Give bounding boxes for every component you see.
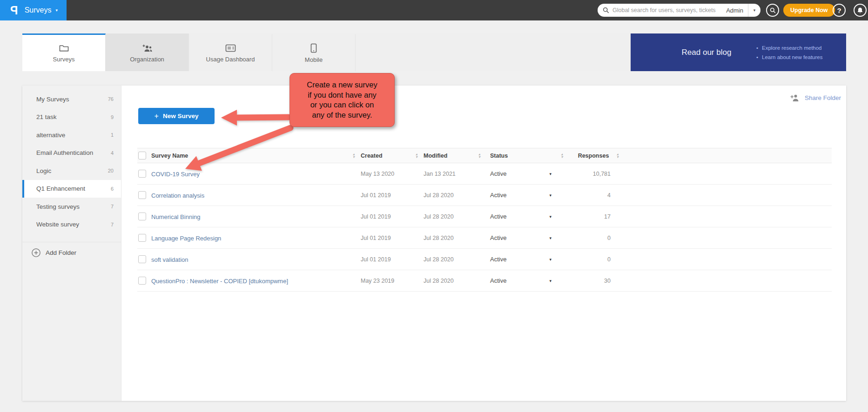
sort-icon[interactable]: ▴▾ [416,153,417,159]
status-caret-icon[interactable]: ▾ [549,279,554,283]
responses-cell: 10,781 [554,171,617,177]
add-folder-button[interactable]: Add Folder [22,242,121,263]
folder-label: Logic [36,167,108,174]
status-caret-icon[interactable]: ▾ [549,236,554,240]
created-cell: May 23 2019 [361,278,410,284]
modified-cell: Jan 13 2021 [424,171,472,177]
notifications-button[interactable] [854,4,867,17]
help-button[interactable]: ? [833,4,846,17]
top-bar: P Surveys ▾ Admin ▾ Upgrade Now ? [0,0,868,20]
survey-table-row[interactable]: Correlation analysis Jul 01 2019 Jul 28 … [137,185,832,206]
tooltip-line: or you can click on [290,100,394,110]
tab-surveys[interactable]: Surveys [22,33,106,71]
blog-bullet-link[interactable]: Learn about new features [756,53,822,62]
survey-name-link[interactable]: COVID-19 Survey [151,171,200,178]
column-header-responses[interactable]: Responses [570,153,617,159]
add-users-icon [141,44,153,53]
search-scope-selector[interactable]: Admin [721,4,748,17]
responses-cell: 17 [554,213,617,220]
status-caret-icon[interactable]: ▾ [549,257,554,262]
sort-icon[interactable]: ▴▾ [617,153,619,159]
folder-count: 6 [111,186,114,192]
row-checkbox[interactable] [138,191,146,199]
survey-name-link[interactable]: Correlation analysis [151,192,204,199]
blog-promo-panel: Read our blog Explore research methodLea… [631,33,846,71]
tab-label: Organization [130,56,164,63]
sidebar-folder-item[interactable]: Website survey 7 [22,216,121,234]
read-our-blog-link[interactable]: Read our blog [667,48,746,57]
tab-organization[interactable]: Organization [106,33,189,71]
status-label: Active [490,192,506,199]
survey-table-row[interactable]: Numerical Binning Jul 01 2019 Jul 28 202… [137,206,832,227]
blog-bullet-link[interactable]: Explore research method [756,43,822,53]
survey-name-link[interactable]: QuestionPro : Newsletter - COPIED [dtuko… [151,278,288,285]
tab-label: Mobile [305,56,323,63]
global-search[interactable]: Admin ▾ [598,4,760,17]
status-caret-icon[interactable]: ▾ [549,172,554,176]
survey-name-link[interactable]: Language Page Redesign [151,235,221,242]
status-label: Active [490,256,506,263]
tooltip-line: any of the survey. [290,110,394,120]
new-survey-button[interactable]: + New Survey [138,108,215,124]
row-checkbox[interactable] [138,213,146,220]
row-checkbox[interactable] [138,234,146,242]
column-header-created[interactable]: Created [361,153,410,159]
product-switcher[interactable]: P Surveys ▾ [0,0,67,20]
created-cell: Jul 01 2019 [361,256,410,263]
share-folder-button[interactable]: Share Folder [790,94,841,102]
sidebar-folder-item[interactable]: My Surveys 76 [22,90,121,108]
survey-table-row[interactable]: COVID-19 Survey May 13 2020 Jan 13 2021 … [137,163,832,185]
global-search-input[interactable] [612,7,721,13]
search-button[interactable] [766,4,779,17]
sidebar-folder-item[interactable]: Logic 20 [22,162,121,180]
row-checkbox[interactable] [138,277,146,285]
column-header-modified[interactable]: Modified [424,153,472,159]
folder-count: 76 [108,96,114,102]
row-checkbox[interactable] [138,255,146,263]
survey-table-row[interactable]: QuestionPro : Newsletter - COPIED [dtuko… [137,270,832,292]
folder-count: 20 [108,168,114,173]
status-caret-icon[interactable]: ▾ [549,193,554,198]
column-header-status[interactable]: Status [486,153,554,159]
status-dropdown[interactable]: Active ▾ [486,234,554,241]
status-dropdown[interactable]: Active ▾ [486,277,554,284]
select-all-checkbox[interactable] [138,152,146,159]
sidebar-folder-item[interactable]: alternative 1 [22,126,121,144]
question-mark-icon: ? [837,7,841,14]
created-cell: Jul 01 2019 [361,213,410,220]
survey-name-link[interactable]: Numerical Binning [151,213,201,220]
product-label: Surveys [25,6,52,14]
sidebar-folder-item[interactable]: 21 task 9 [22,108,121,126]
survey-name-link[interactable]: soft validation [151,256,188,263]
folder-label: Q1 Enhancement [36,185,111,192]
status-dropdown[interactable]: Active ▾ [486,213,554,220]
status-dropdown[interactable]: Active ▾ [486,256,554,263]
row-checkbox[interactable] [138,170,146,178]
status-dropdown[interactable]: Active ▾ [486,170,554,177]
responses-cell: 30 [554,278,617,284]
tooltip-line: Create a new survey [290,80,394,90]
survey-table-row[interactable]: soft validation Jul 01 2019 Jul 28 2020 … [137,249,832,270]
sidebar-folder-item[interactable]: Testing surveys 7 [22,198,121,216]
sidebar-folder-item[interactable]: Q1 Enhancement 6 [22,180,121,198]
upgrade-now-button[interactable]: Upgrade Now [783,4,835,17]
status-dropdown[interactable]: Active ▾ [486,192,554,199]
tab-mobile[interactable]: Mobile [272,33,356,71]
share-folder-label: Share Folder [805,94,841,101]
sort-icon[interactable]: ▴▾ [561,153,563,159]
folder-count: 7 [111,222,114,227]
circle-plus-icon [31,248,41,258]
created-cell: Jul 01 2019 [361,235,410,241]
folders-sidebar: My Surveys 76 21 task 9 alternative 1 Em… [22,86,121,401]
status-caret-icon[interactable]: ▾ [549,214,554,219]
chevron-down-icon: ▾ [55,8,58,13]
folder-label: Email Authentication [36,149,111,156]
sidebar-folder-item[interactable]: Email Authentication 4 [22,144,121,162]
sort-icon[interactable]: ▴▾ [353,153,355,159]
sort-icon[interactable]: ▴▾ [478,153,480,159]
blog-bullet-list: Explore research methodLearn about new f… [756,43,822,62]
survey-table-row[interactable]: Language Page Redesign Jul 01 2019 Jul 2… [137,227,832,249]
column-header-survey-name[interactable]: Survey Name [151,153,347,159]
tab-usage-dashboard[interactable]: Usage Dashboard [189,33,272,71]
search-scope-caret[interactable]: ▾ [748,4,760,17]
